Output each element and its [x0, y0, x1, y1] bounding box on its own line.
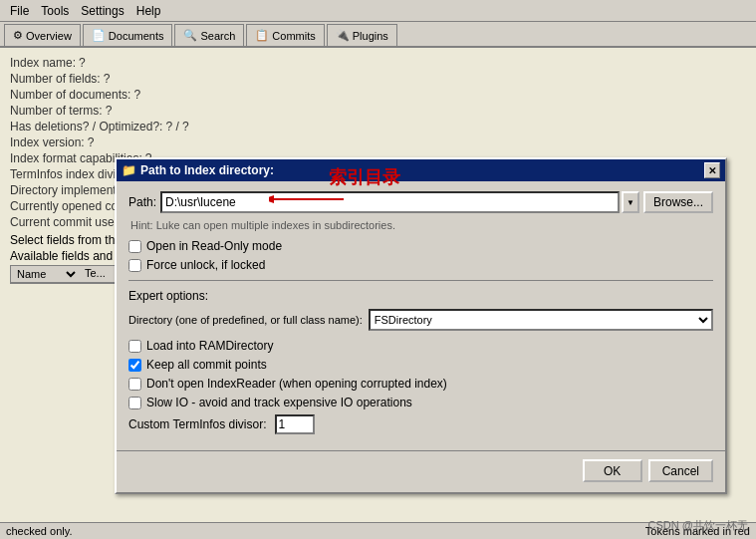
slow-io-label[interactable]: Slow IO - avoid and track expensive IO o…	[146, 396, 412, 409]
menu-settings[interactable]: Settings	[75, 2, 129, 20]
force-unlock-row: Force unlock, if locked	[128, 258, 713, 272]
ok-button[interactable]: OK	[583, 459, 642, 482]
menu-tools[interactable]: Tools	[35, 2, 75, 20]
load-ram-row: Load into RAMDirectory	[128, 339, 713, 353]
slow-io-row: Slow IO - avoid and track expensive IO o…	[128, 396, 713, 409]
path-row: Path: ▼ Browse...	[128, 191, 713, 213]
keep-commits-row: Keep all commit points	[128, 358, 713, 372]
divider	[128, 280, 713, 281]
keep-commits-checkbox[interactable]	[128, 359, 141, 372]
path-label: Path:	[128, 195, 156, 209]
keep-commits-label[interactable]: Keep all commit points	[146, 358, 267, 372]
directory-label: Directory (one of predefined, or full cl…	[128, 314, 363, 326]
search-icon: 🔍	[183, 29, 197, 42]
cancel-button[interactable]: Cancel	[648, 459, 713, 482]
tab-plugins[interactable]: 🔌 Plugins	[327, 24, 397, 46]
slow-io-checkbox[interactable]	[128, 397, 141, 409]
tab-documents[interactable]: 📄 Documents	[83, 24, 173, 46]
main-content: Index name: ? Number of fields: ? Number…	[0, 48, 756, 539]
dont-open-checkbox[interactable]	[128, 378, 141, 391]
tab-commits[interactable]: 📋 Commits	[246, 24, 324, 46]
tabbar: ⚙ Overview 📄 Documents 🔍 Search 📋 Commit…	[0, 22, 756, 48]
tab-search[interactable]: 🔍 Search	[174, 24, 244, 46]
path-input[interactable]	[160, 191, 620, 213]
path-to-index-dialog: 📁 Path to Index directory: ✕ Path: ▼ Bro…	[115, 157, 727, 494]
dialog-titlebar: 📁 Path to Index directory: ✕	[117, 159, 725, 181]
force-unlock-label[interactable]: Force unlock, if locked	[146, 258, 265, 272]
dialog-title-icon: 📁	[122, 163, 136, 177]
terminfos-divisor-label: Custom TermInfos divisor:	[128, 417, 267, 431]
dialog-title-text: Path to Index directory:	[140, 163, 274, 177]
hint-text: Hint: Luke can open multiple indexes in …	[130, 219, 713, 231]
tab-overview-label: Overview	[26, 30, 72, 42]
terminfos-divisor-row: Custom TermInfos divisor:	[128, 414, 713, 434]
tab-plugins-label: Plugins	[353, 30, 388, 42]
menu-file[interactable]: File	[4, 2, 35, 20]
dont-open-label[interactable]: Don't open IndexReader (when opening cor…	[146, 377, 447, 391]
readonly-checkbox[interactable]	[128, 240, 141, 253]
force-unlock-checkbox[interactable]	[128, 259, 141, 272]
readonly-row: Open in Read-Only mode	[128, 239, 713, 253]
commits-icon: 📋	[255, 29, 269, 42]
browse-button[interactable]: Browse...	[643, 191, 713, 213]
tab-commits-label: Commits	[272, 30, 315, 42]
menubar: File Tools Settings Help	[0, 0, 756, 22]
path-input-wrapper: ▼	[160, 191, 639, 213]
directory-row: Directory (one of predefined, or full cl…	[128, 309, 713, 331]
readonly-label[interactable]: Open in Read-Only mode	[146, 239, 282, 253]
dialog-body: Path: ▼ Browse... Hint: Luke can open mu…	[117, 181, 725, 450]
path-dropdown-button[interactable]: ▼	[622, 191, 639, 213]
terminfos-divisor-input[interactable]	[275, 414, 315, 434]
documents-icon: 📄	[92, 29, 106, 42]
load-ram-checkbox[interactable]	[128, 340, 141, 353]
dialog-title-left: 📁 Path to Index directory:	[122, 163, 274, 177]
tab-overview[interactable]: ⚙ Overview	[4, 24, 81, 46]
dialog-footer: OK Cancel	[117, 450, 725, 492]
dialog-overlay: 索引目录 📁 Path to Index directory: ✕	[0, 48, 756, 539]
dialog-close-button[interactable]: ✕	[704, 162, 720, 178]
load-ram-label[interactable]: Load into RAMDirectory	[146, 339, 273, 353]
directory-select[interactable]: FSDirectory	[369, 309, 713, 331]
expert-options-label: Expert options:	[128, 289, 713, 303]
tab-documents-label: Documents	[109, 30, 164, 42]
overview-icon: ⚙	[13, 29, 23, 42]
menu-help[interactable]: Help	[130, 2, 167, 20]
dont-open-row: Don't open IndexReader (when opening cor…	[128, 377, 713, 391]
plugins-icon: 🔌	[336, 29, 350, 42]
tab-search-label: Search	[200, 30, 235, 42]
